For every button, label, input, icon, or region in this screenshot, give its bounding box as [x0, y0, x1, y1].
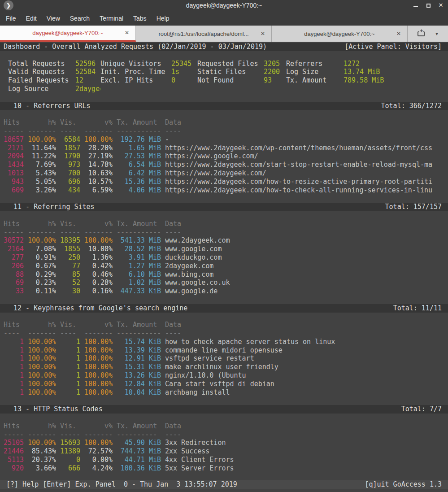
menu-item[interactable]: Search — [70, 15, 90, 22]
data-cell: make archlinux user friendly — [165, 363, 448, 371]
divider: ----------- — [117, 329, 161, 338]
table-row[interactable]: 206 0.67% 77 0.42% 1.27 MiB 2daygeek.com — [0, 262, 448, 270]
tab-list-dropdown-icon[interactable]: ▾ — [435, 31, 438, 37]
panel-header-bar[interactable]: 12 - Keyphrases from Google's search eng… — [0, 304, 448, 313]
data-cell: how to check apache server status on lin… — [165, 338, 448, 346]
terminal-tab[interactable]: daygeek@daygeek-Y700:~ ✕ — [0, 26, 136, 42]
table-row[interactable]: 21446 85.43% 11389 72.57% 744.73 MiB 2xx… — [0, 447, 448, 456]
table-row[interactable]: 33 0.11% 30 0.16% 447.33 KiB www.google.… — [0, 287, 448, 296]
col-visitors: Vis. — [60, 220, 80, 228]
terminal-screen[interactable]: Dashboard - Overall Analyzed Requests (0… — [0, 42, 448, 492]
panel-header-bar[interactable]: 13 - HTTP Status Codes Total: 7/7 — [0, 405, 448, 414]
menu-item[interactable]: Tabs — [133, 15, 147, 22]
table-row[interactable]: 1434 7.69% 973 14.78% 6.54 MiB https://w… — [0, 161, 448, 169]
minimize-icon[interactable] — [413, 3, 418, 8]
summary-value: 52584 — [75, 68, 100, 76]
divider: ------- — [84, 431, 113, 439]
table-row[interactable]: 1 100.00% 1 100.00% 15.31 KiB make archl… — [0, 363, 448, 371]
panel-header-bar[interactable]: 11 - Referring Sites Total: 157/157 — [0, 203, 448, 211]
panel-header-bar[interactable]: 10 - Referrers URLs Total: 366/1272 — [0, 102, 448, 110]
tab-close-icon[interactable]: ✕ — [261, 30, 265, 37]
menu-item[interactable]: Terminal — [100, 15, 123, 22]
divider: ---- — [165, 228, 448, 237]
panel: 12 - Keyphrases from Google's search eng… — [0, 304, 448, 405]
table-row[interactable]: 5113 20.37% 0 0.00% 44.71 MiB 4xx Client… — [0, 456, 448, 464]
col-hits-percent: h% — [28, 118, 56, 127]
close-icon[interactable]: ✕ — [438, 3, 444, 8]
tab-label: root@ns1:/usr/local/apache/doml... — [158, 30, 248, 37]
table-row[interactable]: 943 5.05% 696 10.57% 15.36 MiB https://w… — [0, 178, 448, 186]
col-tx-amount: Tx. Amount — [117, 220, 161, 228]
visitors-percent-cell: 0.00% — [84, 456, 113, 464]
menu-item[interactable]: File — [6, 15, 16, 22]
tx-amount-cell: 28.52 MiB — [117, 245, 161, 253]
visitors-cell: 1 — [60, 388, 80, 397]
data-cell: 5xx Server Errors — [165, 464, 448, 473]
table-row[interactable]: 1 100.00% 1 100.00% 10.04 KiB archbang i… — [0, 388, 448, 397]
data-cell: www.google.com — [165, 245, 448, 253]
col-tx-amount: Tx. Amount — [117, 118, 161, 127]
divider: ---- — [165, 127, 448, 135]
panel-total: Total: 157/157 — [385, 203, 442, 211]
status-bar-version: [q]uit GoAccess 1.3 — [365, 480, 442, 489]
summary-label: Log Source — [8, 85, 75, 93]
col-data: Data — [165, 422, 448, 431]
table-row[interactable]: 1 100.00% 1 100.00% 13.39 KiB commande l… — [0, 346, 448, 355]
hits-percent-cell: 100.00% — [28, 346, 56, 355]
divider: ----- — [4, 431, 24, 439]
table-row[interactable]: 2171 11.64% 1857 28.20% 1.65 MiB https:/… — [0, 144, 448, 152]
terminal-tab[interactable]: root@ns1:/usr/local/apache/doml... ✕ — [136, 26, 272, 42]
col-data: Data — [165, 321, 448, 329]
data-cell: www.2daygeek.com — [165, 236, 448, 245]
hits-cell: 69 — [4, 279, 24, 287]
maximize-icon[interactable] — [426, 3, 431, 8]
hits-cell: 206 — [4, 262, 24, 270]
menu-item[interactable]: Edit — [26, 15, 37, 22]
table-row[interactable]: 2094 11.22% 1790 27.19% 27.53 MiB https:… — [0, 152, 448, 161]
col-visitors-percent: v% — [84, 321, 113, 329]
menu-item[interactable]: Help — [157, 15, 170, 22]
table-row[interactable]: 920 3.66% 666 4.24% 100.36 KiB 5xx Serve… — [0, 464, 448, 473]
hits-cell: 1 — [4, 388, 24, 397]
tab-label: daygeek@daygeek-Y700:~ — [32, 30, 103, 36]
table-row[interactable]: 277 0.91% 250 1.36% 3.91 MiB duckduckgo.… — [0, 253, 448, 262]
summary-label: Unique Visitors — [100, 60, 171, 68]
hits-cell: 21446 — [4, 447, 24, 456]
data-cell: vsftpd service restart — [165, 354, 448, 363]
table-row[interactable]: 69 0.23% 52 0.28% 1.02 MiB www.google.co… — [0, 279, 448, 287]
tx-amount-cell: 541.33 MiB — [117, 236, 161, 245]
divider: ------- — [28, 127, 56, 135]
tab-close-icon[interactable]: ✕ — [125, 30, 129, 36]
hits-percent-cell: 0.11% — [28, 287, 56, 296]
hits-cell: 1434 — [4, 161, 24, 169]
table-row[interactable]: 1 100.00% 1 100.00% 15.74 KiB how to che… — [0, 338, 448, 346]
summary-value: 1s — [171, 68, 197, 76]
visitors-percent-cell: 72.57% — [84, 447, 113, 456]
table-row[interactable]: 88 0.29% 85 0.46% 6.10 MiB www.bing.com — [0, 270, 448, 279]
table-row[interactable]: 1 100.00% 1 100.00% 13.26 KiB nginx/1.10… — [0, 371, 448, 380]
hits-cell: 943 — [4, 178, 24, 186]
summary-value: 12 — [75, 76, 100, 85]
col-hits: Hits — [4, 422, 24, 431]
visitors-percent-cell: 10.08% — [84, 245, 113, 253]
table-row[interactable]: 2164 7.08% 1855 10.08% 28.52 MiB www.goo… — [0, 245, 448, 253]
tab-close-icon[interactable]: ✕ — [396, 30, 401, 37]
menubar: File Edit View Search Terminal Tabs Help — [0, 11, 448, 26]
menu-item[interactable]: View — [47, 15, 60, 22]
table-row[interactable]: 1 100.00% 1 100.00% 12.91 KiB vsftpd ser… — [0, 354, 448, 363]
terminal-tab[interactable]: daygeek@daygeek-Y700:~ ✕ — [272, 26, 408, 42]
tx-amount-cell: 1.02 MiB — [117, 279, 161, 287]
visitors-cell: 15693 — [60, 439, 80, 447]
table-row[interactable]: 25105 100.00% 15693 100.00% 45.90 KiB 3x… — [0, 439, 448, 447]
data-cell: 4xx Client Errors — [165, 456, 448, 464]
panel-title: 10 - Referrers URLs — [13, 102, 91, 110]
table-row[interactable]: 1 100.00% 1 100.00% 12.84 KiB Cara start… — [0, 380, 448, 388]
table-row[interactable]: 1013 5.43% 700 10.63% 6.42 MiB https://w… — [0, 169, 448, 178]
table-row[interactable]: 18657 100.00% 6584 100.00% 192.76 MiB - — [0, 135, 448, 144]
tab-strip: daygeek@daygeek-Y700:~ ✕ root@ns1:/usr/l… — [0, 26, 408, 42]
table-row[interactable]: 609 3.26% 434 6.59% 4.06 MiB https://www… — [0, 186, 448, 195]
hits-percent-cell: 3.66% — [28, 464, 56, 473]
new-tab-button[interactable]: + — [418, 31, 425, 36]
divider: ------- — [28, 431, 56, 439]
table-row[interactable]: 30572 100.00% 18395 100.00% 541.33 MiB w… — [0, 236, 448, 245]
